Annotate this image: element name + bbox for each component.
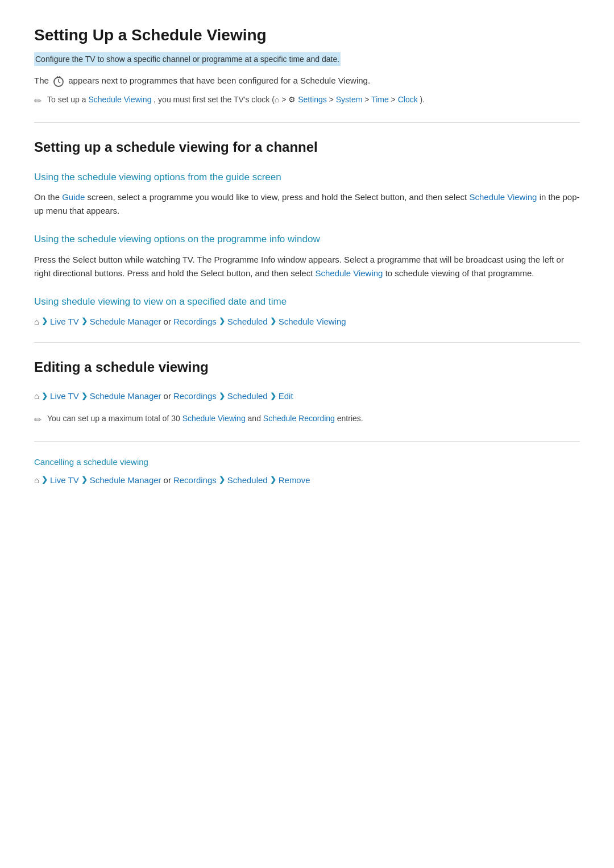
subsection1-body: On the Guide screen, select a programme … — [34, 190, 580, 218]
section3-heading: Cancelling a schedule viewing — [34, 455, 580, 469]
subsection-programme-info: Using the schedule viewing options on th… — [34, 231, 580, 280]
scheduled-link-1[interactable]: Scheduled — [227, 315, 268, 329]
subsection2-body: Press the Select button while watching T… — [34, 253, 580, 280]
or-text-1: or — [164, 315, 171, 329]
system-link[interactable]: System — [336, 95, 363, 104]
time-link[interactable]: Time — [371, 95, 389, 104]
subsection3-heading: Using shedule viewing to view on a speci… — [34, 294, 580, 309]
live-tv-link-2[interactable]: Live TV — [50, 389, 79, 403]
svg-rect-4 — [59, 76, 60, 78]
recordings-link-1[interactable]: Recordings — [173, 315, 217, 329]
live-tv-link-3[interactable]: Live TV — [50, 474, 79, 487]
svg-line-2 — [59, 82, 60, 83]
recordings-link-3[interactable]: Recordings — [173, 474, 217, 487]
subsection1-heading: Using the schedule viewing options from … — [34, 169, 580, 185]
subsection2-heading: Using the schedule viewing options on th… — [34, 231, 580, 247]
chevron-7: ❯ — [219, 391, 225, 402]
pencil-icon: ✏ — [34, 94, 42, 109]
chevron-12: ❯ — [270, 474, 276, 486]
schedule-manager-link-1[interactable]: Schedule Manager — [90, 315, 161, 329]
edit-link[interactable]: Edit — [279, 389, 293, 403]
subsection-specified-date: Using shedule viewing to view on a speci… — [34, 294, 580, 329]
chevron-1: ❯ — [42, 315, 48, 327]
pencil-icon-2: ✏ — [34, 413, 42, 427]
section2-note-row: ✏ You can set up a maximum total of 30 S… — [34, 412, 580, 427]
divider-3 — [34, 441, 580, 442]
svg-rect-3 — [57, 76, 58, 78]
divider-2 — [34, 342, 580, 343]
schedule-manager-link-2[interactable]: Schedule Manager — [90, 389, 161, 403]
schedule-manager-link-3[interactable]: Schedule Manager — [90, 474, 161, 487]
home-icon-note: ⌂ — [275, 95, 279, 104]
remove-link[interactable]: Remove — [279, 474, 310, 487]
chevron-3: ❯ — [219, 315, 225, 327]
subtitle-highlight: Configure the TV to show a specific chan… — [34, 52, 580, 74]
home-icon-3: ⌂ — [34, 474, 39, 487]
recordings-link-2[interactable]: Recordings — [173, 389, 217, 403]
clock-link[interactable]: Clock — [398, 95, 418, 104]
chevron-2: ❯ — [81, 315, 88, 327]
chevron-4: ❯ — [270, 315, 276, 327]
chevron-8: ❯ — [270, 391, 276, 402]
scheduled-link-2[interactable]: Scheduled — [227, 389, 268, 403]
schedule-viewing-link-2[interactable]: Schedule Viewing — [315, 268, 383, 278]
chevron-6: ❯ — [81, 391, 88, 402]
schedule-viewing-link-3[interactable]: Schedule Viewing — [279, 315, 346, 329]
schedule-viewing-link-1[interactable]: Schedule Viewing — [469, 192, 537, 202]
guide-link[interactable]: Guide — [62, 192, 85, 202]
home-icon-1: ⌂ — [34, 315, 39, 329]
home-icon-2: ⌂ — [34, 389, 39, 403]
chevron-9: ❯ — [42, 474, 48, 486]
section1-heading: Setting up a schedule viewing for a chan… — [34, 136, 580, 158]
intro-text: The appears next to programmes that have… — [34, 74, 580, 88]
section2-heading: Editing a schedule viewing — [34, 356, 580, 378]
schedule-viewing-link-note[interactable]: Schedule Viewing — [88, 95, 151, 104]
page-title: Setting Up a Schedule Viewing — [34, 23, 580, 48]
breadcrumb-row-1: ⌂ ❯ Live TV ❯ Schedule Manager or Record… — [34, 315, 580, 329]
breadcrumb-row-2: ⌂ ❯ Live TV ❯ Schedule Manager or Record… — [34, 389, 580, 403]
chevron-5: ❯ — [42, 391, 48, 402]
divider-1 — [34, 122, 580, 123]
subsection-guide-screen: Using the schedule viewing options from … — [34, 169, 580, 218]
breadcrumb-row-3: ⌂ ❯ Live TV ❯ Schedule Manager or Record… — [34, 474, 580, 487]
chevron-10: ❯ — [81, 474, 88, 486]
schedule-viewing-link-4[interactable]: Schedule Viewing — [182, 414, 246, 423]
note-row: ✏ To set up a Schedule Viewing , you mus… — [34, 93, 580, 109]
chevron-11: ❯ — [219, 474, 225, 486]
or-text-2: or — [164, 389, 171, 403]
scheduled-link-3[interactable]: Scheduled — [227, 474, 268, 487]
or-text-3: or — [164, 474, 171, 487]
settings-link[interactable]: Settings — [298, 95, 327, 104]
schedule-recording-link[interactable]: Schedule Recording — [263, 414, 335, 423]
settings-icon-note: ⚙ — [288, 95, 296, 104]
schedule-icon — [52, 75, 65, 88]
live-tv-link-1[interactable]: Live TV — [50, 315, 79, 329]
